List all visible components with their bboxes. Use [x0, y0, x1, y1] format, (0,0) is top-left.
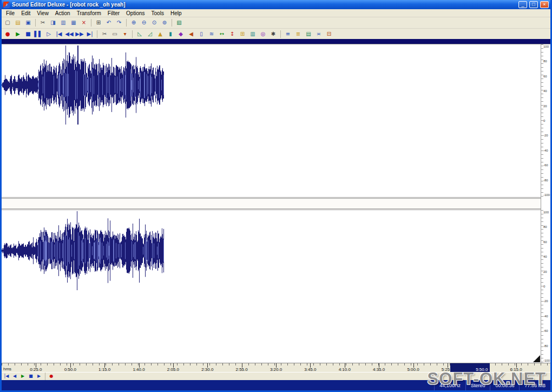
time-ruler[interactable]: hms 0:25.00:50.01:15.01:40.02:05.02:30.0…	[2, 363, 550, 372]
cut-button[interactable]: ✂	[38, 18, 48, 27]
reverse-button[interactable]: ◀	[186, 30, 196, 38]
menu-transform[interactable]: Transform	[74, 10, 104, 16]
paste-new-button[interactable]: ▦	[69, 18, 78, 27]
delete-icon: ×	[82, 20, 86, 25]
record-button[interactable]: ●	[3, 30, 12, 38]
zoom-out-button[interactable]: ⊖	[139, 18, 149, 27]
fade-out-button[interactable]: ◿	[145, 30, 155, 38]
copy-button[interactable]: ◨	[48, 18, 58, 27]
zoom-selection-button[interactable]: ⊙	[149, 18, 159, 27]
play-selection-button[interactable]: ▷	[44, 30, 54, 38]
mini-record-button[interactable]: ●	[48, 373, 55, 380]
redo-icon: ↷	[117, 20, 121, 25]
goto-start-button[interactable]: |◀	[54, 30, 64, 38]
forward-button[interactable]: ▶▶	[75, 30, 84, 38]
new-file-button[interactable]: ▢	[3, 18, 12, 27]
status-sample-rate: 44,100Hz	[434, 380, 465, 390]
amplitude-label: 40	[543, 89, 547, 93]
delete-button[interactable]: ×	[79, 18, 89, 27]
close-button[interactable]: ×	[540, 1, 549, 8]
paste-button[interactable]: ▥	[58, 18, 68, 27]
select-all-button[interactable]: ⊞	[94, 18, 103, 27]
menu-action[interactable]: Action	[52, 10, 74, 16]
envelope-view-icon: ≍	[317, 31, 321, 37]
undo-button[interactable]: ↶	[104, 18, 114, 27]
menu-edit[interactable]: Edit	[18, 10, 34, 16]
amplitude-label: -20	[543, 134, 548, 138]
mini-stop-button[interactable]: ■	[27, 373, 35, 380]
noise-reduction-button[interactable]: ✱	[268, 30, 278, 38]
fade-in-button[interactable]: ◺	[135, 30, 144, 38]
amplify-button[interactable]: ▲	[155, 30, 165, 38]
echo-button[interactable]: ◎	[258, 30, 268, 38]
menu-file[interactable]: File	[3, 10, 18, 16]
transport-toolbar: ●▶■▌▌▷|◀◀◀▶▶▶|✂▭▾◺◿▲▮◆◀▯≋↔↕⊞▥◎✱≡≣▤≍⊟	[2, 29, 550, 39]
filter-graph-button[interactable]: ▧	[174, 18, 184, 27]
mix-button[interactable]: ⊞	[238, 30, 247, 38]
amplitude-ruler: 100806040200-20-40-60-80-100 10080604020…	[541, 44, 550, 363]
amplitude-label: -40	[543, 315, 548, 318]
pause-icon: ▌▌	[34, 31, 42, 37]
mini-goto-start-icon: |◀	[4, 374, 9, 378]
amplitude-label: -100	[543, 359, 550, 363]
stop-icon: ■	[25, 31, 30, 37]
stretch-button[interactable]: ↔	[217, 30, 227, 38]
insert-silence-button[interactable]: ▯	[196, 30, 206, 38]
waveform-left-canvas[interactable]	[2, 44, 164, 126]
level-meter-button[interactable]: ▤	[304, 30, 313, 38]
minimize-button[interactable]: _	[518, 1, 527, 8]
time-label: 5:50.0	[476, 367, 488, 372]
pause-button[interactable]: ▌▌	[34, 30, 43, 38]
invert-button[interactable]: ◆	[176, 30, 186, 38]
window-title: Sound Editor Deluxe - [robot rock _oh ye…	[12, 2, 516, 8]
save-file-button[interactable]: ▣	[23, 18, 33, 27]
rewind-button[interactable]: ◀◀	[64, 30, 74, 38]
normalize-button[interactable]: ▮	[166, 30, 175, 38]
new-file-icon: ▢	[5, 20, 10, 25]
equalizer-button[interactable]: ▥	[248, 30, 258, 38]
zoom-full-button[interactable]: ⊚	[160, 18, 169, 27]
menu-view[interactable]: View	[34, 10, 52, 16]
open-file-button[interactable]: ▤	[13, 18, 23, 27]
zoom-in-button[interactable]: ⊕	[129, 18, 139, 27]
toolbar-separator	[91, 19, 91, 27]
menu-tools[interactable]: Tools	[148, 10, 167, 16]
cut-icon: ✂	[41, 20, 45, 25]
resize-handle[interactable]	[533, 355, 540, 362]
options-view-button[interactable]: ⊟	[324, 30, 334, 38]
silence-selection-icon: ▭	[112, 31, 117, 37]
stop-button[interactable]: ■	[23, 30, 33, 38]
time-label: 2:05.0	[167, 367, 179, 372]
equalizer-icon: ▥	[250, 31, 255, 37]
channel-divider	[2, 197, 541, 210]
position-bar[interactable]	[2, 39, 550, 44]
goto-end-button[interactable]: ▶|	[85, 30, 95, 38]
resample-button[interactable]: ≋	[207, 30, 216, 38]
mix-icon: ⊞	[240, 31, 245, 37]
maximize-button[interactable]: □	[529, 1, 538, 8]
time-label: 3:20.0	[270, 367, 282, 372]
mini-step-forward-button[interactable]: ▶	[35, 373, 43, 380]
envelope-view-button[interactable]: ≍	[314, 30, 324, 38]
title-bar[interactable]: ♪ Sound Editor Deluxe - [robot rock _oh …	[2, 0, 550, 9]
silence-selection-button[interactable]: ▭	[110, 30, 120, 38]
open-file-icon: ▤	[15, 20, 20, 25]
waveform-view-button[interactable]: ≡	[283, 30, 293, 38]
status-channels: Stereo	[465, 380, 490, 390]
toolbar-separator	[132, 30, 133, 38]
play-button[interactable]: ▶	[13, 30, 23, 38]
redo-button[interactable]: ↷	[114, 18, 124, 27]
marker-add-button[interactable]: ▾	[120, 30, 130, 38]
mini-step-back-button[interactable]: ◀	[11, 373, 18, 380]
trim-button[interactable]: ✂	[100, 30, 109, 38]
spectral-view-button[interactable]: ≣	[293, 30, 303, 38]
status-position: 00:06:36	[490, 380, 519, 390]
main-toolbar: ▢▤▣✂◨▥▦×⊞↶↷⊕⊖⊙⊚▧	[2, 17, 550, 29]
menu-options[interactable]: Options	[123, 10, 148, 16]
pitch-button[interactable]: ↕	[227, 30, 237, 38]
waveform-right-canvas[interactable]	[2, 210, 164, 291]
mini-play-button[interactable]: ▶	[19, 373, 27, 380]
mini-goto-start-button[interactable]: |◀	[3, 373, 10, 380]
menu-help[interactable]: Help	[167, 10, 185, 16]
menu-filter[interactable]: Filter	[104, 10, 123, 16]
